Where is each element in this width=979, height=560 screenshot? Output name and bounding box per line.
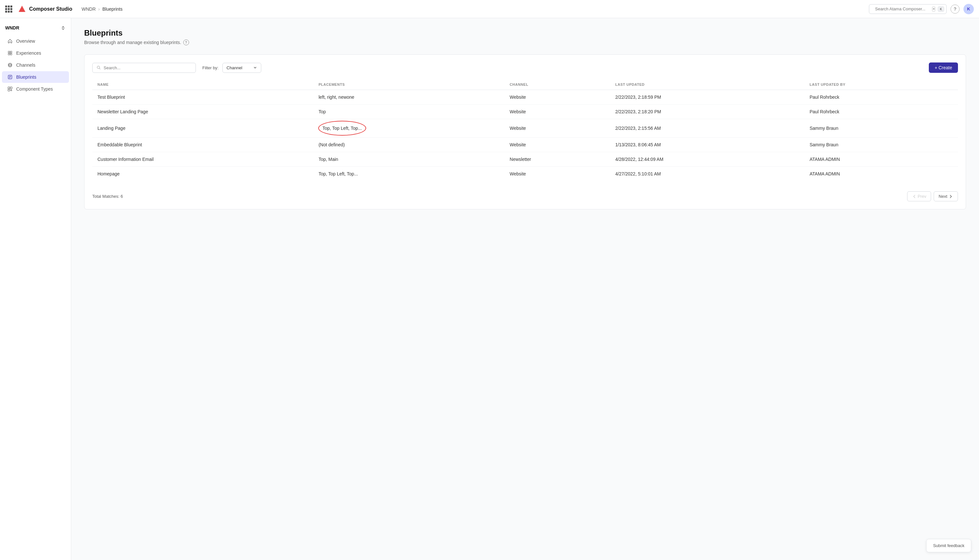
cell-channel: Website xyxy=(504,119,610,138)
cell-name: Customer Information Email xyxy=(92,152,314,167)
global-search-input[interactable] xyxy=(875,7,929,11)
sidebar-item-channels[interactable]: Channels xyxy=(2,59,69,71)
global-search-bar[interactable]: ✕ K xyxy=(869,4,947,14)
workspace-switcher[interactable] xyxy=(60,25,66,30)
col-placements: PLACEMENTS xyxy=(314,79,504,90)
pagination-row: Total Matches: 6 Prev Next xyxy=(92,187,958,201)
table-head: NAME PLACEMENTS CHANNEL LAST UPDATED LAS… xyxy=(92,79,958,90)
channel-filter[interactable]: Channel Website Newsletter xyxy=(222,63,261,73)
chevron-right-icon xyxy=(949,194,953,199)
breadcrumb-parent[interactable]: WNDR xyxy=(82,7,96,12)
cell-placements: (Not defined) xyxy=(314,138,504,152)
cell-last-updated: 2/22/2023, 2:18:59 PM xyxy=(610,90,804,105)
sidebar-item-blueprints-label: Blueprints xyxy=(16,75,36,80)
chevron-left-icon xyxy=(912,194,917,199)
cell-last-updated-by: ATAMA ADMIN xyxy=(804,167,958,181)
table-row[interactable]: HomepageTop, Top Left, Top...Website4/27… xyxy=(92,167,958,181)
col-last-updated-by: LAST UPDATED BY xyxy=(804,79,958,90)
svg-rect-5 xyxy=(8,53,10,55)
sidebar-header: WNDR xyxy=(0,23,71,35)
svg-rect-4 xyxy=(10,51,12,53)
cell-last-updated: 2/22/2023, 2:15:56 AM xyxy=(610,119,804,138)
col-name: NAME xyxy=(92,79,314,90)
breadcrumb-current: Blueprints xyxy=(102,7,122,12)
cell-channel: Website xyxy=(504,90,610,105)
cell-last-updated: 4/27/2022, 5:10:01 AM xyxy=(610,167,804,181)
cell-name: Newsletter Landing Page xyxy=(92,105,314,119)
layout: WNDR Overview xyxy=(0,18,979,560)
create-button[interactable]: + Create xyxy=(929,62,958,73)
cell-placements: Top, Top Left, Top... xyxy=(314,167,504,181)
cell-placements: Top xyxy=(314,105,504,119)
sidebar-item-experiences-label: Experiences xyxy=(16,50,41,56)
avatar[interactable]: K xyxy=(964,4,974,14)
breadcrumb-separator: › xyxy=(98,7,100,12)
blueprints-icon xyxy=(7,74,13,80)
blueprints-search-input[interactable] xyxy=(103,65,192,70)
cell-name: Homepage xyxy=(92,167,314,181)
page-subtitle: Browse through and manage existing bluep… xyxy=(84,40,966,45)
grid-menu-icon[interactable] xyxy=(5,5,12,13)
svg-rect-15 xyxy=(10,87,12,89)
topnav-left: Composer Studio xyxy=(5,5,77,13)
prev-button[interactable]: Prev xyxy=(907,191,931,201)
cell-placements: Top, Top Left, Top... xyxy=(314,119,504,138)
table-row[interactable]: Newsletter Landing PageTopWebsite2/22/20… xyxy=(92,105,958,119)
cell-last-updated-by: Paul Rohrbeck xyxy=(804,105,958,119)
sidebar-item-component-types[interactable]: Component Types xyxy=(2,83,69,95)
table-row[interactable]: Customer Information EmailTop, MainNewsl… xyxy=(92,152,958,167)
logo[interactable]: Composer Studio xyxy=(17,5,72,13)
cell-last-updated: 1/13/2023, 8:06:45 AM xyxy=(610,138,804,152)
sidebar-item-experiences[interactable]: Experiences xyxy=(2,47,69,59)
main-content: Blueprints Browse through and manage exi… xyxy=(71,18,979,560)
cell-name: Embeddable Blueprint xyxy=(92,138,314,152)
top-navigation: Composer Studio WNDR › Blueprints ✕ K ? … xyxy=(0,0,979,18)
svg-rect-16 xyxy=(8,89,10,91)
topnav-right: ✕ K ? K xyxy=(869,4,974,14)
table-body: Test Blueprintleft, right, newoneWebsite… xyxy=(92,90,958,181)
sidebar-item-overview[interactable]: Overview xyxy=(2,35,69,47)
cell-last-updated-by: ATAMA ADMIN xyxy=(804,152,958,167)
table-row[interactable]: Test Blueprintleft, right, newoneWebsite… xyxy=(92,90,958,105)
svg-rect-3 xyxy=(8,51,10,53)
filter-by-label: Filter by: xyxy=(202,65,218,70)
channel-select[interactable]: Channel Website Newsletter xyxy=(227,65,250,70)
channels-icon xyxy=(7,62,13,68)
pagination-buttons: Prev Next xyxy=(907,191,958,201)
cell-last-updated-by: Paul Rohrbeck xyxy=(804,90,958,105)
next-button[interactable]: Next xyxy=(934,191,958,201)
help-icon[interactable]: ? xyxy=(951,5,960,13)
blueprints-search-wrap[interactable] xyxy=(92,63,196,73)
page-title: Blueprints xyxy=(84,28,966,38)
sidebar-item-overview-label: Overview xyxy=(16,38,35,44)
sidebar-item-blueprints[interactable]: Blueprints xyxy=(2,71,69,83)
blueprints-card: Filter by: Channel Website Newsletter + … xyxy=(84,54,966,210)
table-row[interactable]: Embeddable Blueprint(Not defined)Website… xyxy=(92,138,958,152)
kbd-shortcut-badge: K xyxy=(938,7,944,12)
search-input-icon xyxy=(97,65,101,70)
cell-last-updated: 4/28/2022, 12:44:09 AM xyxy=(610,152,804,167)
cell-last-updated: 2/22/2023, 2:18:20 PM xyxy=(610,105,804,119)
placement-text: Top, Top Left, Top... xyxy=(322,126,362,131)
svg-rect-6 xyxy=(10,53,12,55)
cell-channel: Website xyxy=(504,105,610,119)
cell-placements: left, right, newone xyxy=(314,90,504,105)
home-icon xyxy=(7,38,13,44)
col-channel: CHANNEL xyxy=(504,79,610,90)
total-matches: Total Matches: 6 xyxy=(92,194,123,199)
subtitle-help-icon[interactable]: ? xyxy=(183,40,189,45)
table-row[interactable]: Landing PageTop, Top Left, Top...Website… xyxy=(92,119,958,138)
search-clear-icon[interactable]: ✕ xyxy=(932,7,935,12)
svg-point-17 xyxy=(97,66,100,68)
cell-name: Landing Page xyxy=(92,119,314,138)
workspace-label: WNDR xyxy=(5,25,19,30)
filter-row: Filter by: Channel Website Newsletter + … xyxy=(92,62,958,73)
col-last-updated: LAST UPDATED xyxy=(610,79,804,90)
cell-last-updated-by: Sammy Braun xyxy=(804,138,958,152)
app-title: Composer Studio xyxy=(29,6,72,12)
cell-placements: Top, Main xyxy=(314,152,504,167)
svg-rect-14 xyxy=(8,87,10,89)
sidebar-item-component-types-label: Component Types xyxy=(16,87,53,92)
submit-feedback-button[interactable]: Submit feedback xyxy=(926,539,971,552)
sidebar-item-channels-label: Channels xyxy=(16,62,35,68)
